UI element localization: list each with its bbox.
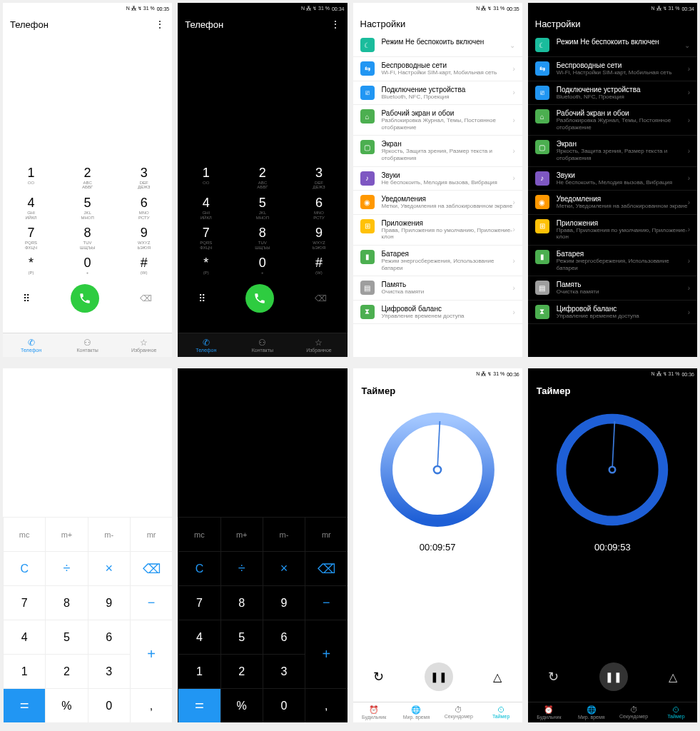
calc-mr[interactable]: mr xyxy=(130,517,172,551)
alert-button[interactable]: △ xyxy=(669,670,677,684)
calc-key-2[interactable]: 2 xyxy=(220,654,263,688)
setting-row[interactable]: ⇆Беспроводные сетиWi-Fi, Настройки SIM-к… xyxy=(528,57,697,81)
calc-mc[interactable]: mc xyxy=(3,517,45,551)
dialpad-hide-icon[interactable]: ⠿ xyxy=(198,293,206,304)
setting-row[interactable]: ⧗Цифровой балансУправление временем дост… xyxy=(353,301,522,325)
calc-key-,[interactable]: , xyxy=(305,688,347,722)
pause-button[interactable]: ❚❚ xyxy=(425,662,453,691)
calc-key-backspace[interactable]: ⌫ xyxy=(130,551,172,585)
tab-Мир. время[interactable]: 🌐Мир. время xyxy=(570,702,612,722)
key-4[interactable]: 4GHIИЙКЛ xyxy=(178,193,234,223)
tab-Контакты[interactable]: ⚇Контакты xyxy=(59,333,116,357)
setting-row[interactable]: ⌂Рабочий экран и обоиРазблокировка Журна… xyxy=(528,105,697,136)
calc-key-,[interactable]: , xyxy=(130,688,172,722)
calc-key-5[interactable]: 5 xyxy=(45,620,87,654)
calc-key-0[interactable]: 0 xyxy=(88,688,130,722)
calc-key-3[interactable]: 3 xyxy=(88,654,130,688)
dialpad-hide-icon[interactable]: ⠿ xyxy=(23,293,30,304)
setting-row[interactable]: ⊞ПриложенияПрава, Приложения по умолчани… xyxy=(528,215,697,246)
calc-mr[interactable]: mr xyxy=(305,517,347,551)
calc-key-8[interactable]: 8 xyxy=(45,585,87,620)
key-8[interactable]: 8TUVШЩЪЫ xyxy=(234,223,290,253)
calc-key-6[interactable]: 6 xyxy=(263,620,305,654)
calc-key-4[interactable]: 4 xyxy=(178,620,220,654)
calc-m+[interactable]: m+ xyxy=(220,517,263,551)
key-0[interactable]: 0+ xyxy=(234,253,290,278)
setting-row[interactable]: ▢ЭкранЯркость, Защита зрения, Размер тек… xyxy=(528,136,697,166)
calc-key-8[interactable]: 8 xyxy=(220,585,263,620)
key-0[interactable]: 0+ xyxy=(59,253,116,278)
dnd-row[interactable]: ☾ Режим Не беспокоить включен ⌄ xyxy=(528,34,697,57)
calc-key-4[interactable]: 4 xyxy=(3,620,45,654)
setting-row[interactable]: ▢ЭкранЯркость, Защита зрения, Размер тек… xyxy=(353,136,522,166)
key-#[interactable]: #(W) xyxy=(116,253,172,278)
key-3[interactable]: 3DEFДЕЖЗ xyxy=(290,163,347,193)
tab-Таймер[interactable]: ⏲Таймер xyxy=(655,702,697,722)
setting-row[interactable]: ⎚Подключение устройстваBluetooth, NFC, П… xyxy=(353,81,522,106)
timer-dial[interactable] xyxy=(552,409,673,530)
calc-key-9[interactable]: 9 xyxy=(263,585,305,620)
key-#[interactable]: #(W) xyxy=(290,253,347,278)
menu-icon[interactable]: ⋮ xyxy=(155,19,165,30)
setting-row[interactable]: ⇆Беспроводные сетиWi-Fi, Настройки SIM-к… xyxy=(353,57,522,81)
calc-key-7[interactable]: 7 xyxy=(178,585,220,620)
timer-dial[interactable] xyxy=(377,409,498,530)
calc-m-[interactable]: m- xyxy=(263,517,305,551)
tab-Будильник[interactable]: ⏰Будильник xyxy=(353,702,395,722)
tab-Секундомер[interactable]: ⏱Секундомер xyxy=(612,702,654,722)
calc-m-[interactable]: m- xyxy=(88,517,130,551)
key-8[interactable]: 8TUVШЩЪЫ xyxy=(59,223,116,253)
setting-row[interactable]: ⌂Рабочий экран и обоиРазблокировка Журна… xyxy=(353,105,522,136)
reset-button[interactable]: ↻ xyxy=(548,669,559,685)
calc-m+[interactable]: m+ xyxy=(45,517,87,551)
calc-key-backspace[interactable]: ⌫ xyxy=(305,551,347,585)
calc-key-5[interactable]: 5 xyxy=(220,620,263,654)
calc-key-1[interactable]: 1 xyxy=(178,654,220,688)
calc-mc[interactable]: mc xyxy=(178,517,220,551)
setting-row[interactable]: ▤ПамятьОчистка памяти› xyxy=(528,276,697,301)
key-4[interactable]: 4GHIИЙКЛ xyxy=(3,193,59,223)
tab-Телефон[interactable]: ✆Телефон xyxy=(3,333,59,357)
calc-key-×[interactable]: × xyxy=(263,551,305,585)
key-3[interactable]: 3DEFДЕЖЗ xyxy=(116,163,172,193)
setting-row[interactable]: ♪ЗвукиНе беспокоить, Мелодия вызова, Виб… xyxy=(353,167,522,191)
tab-Телефон[interactable]: ✆Телефон xyxy=(178,333,234,357)
calc-key-=[interactable]: = xyxy=(3,688,45,722)
tab-Будильник[interactable]: ⏰Будильник xyxy=(528,702,570,722)
setting-row[interactable]: ▮БатареяРежим энергосбережения, Использо… xyxy=(353,246,522,276)
calc-key-%[interactable]: % xyxy=(45,688,87,722)
key-9[interactable]: 9WXYZЬЭЮЯ xyxy=(116,223,172,253)
calc-key-7[interactable]: 7 xyxy=(3,585,45,620)
tab-Избранное[interactable]: ☆Избранное xyxy=(116,333,172,357)
key-2[interactable]: 2ABCАБВГ xyxy=(59,163,116,193)
calc-key-=[interactable]: = xyxy=(178,688,220,722)
calc-key-−[interactable]: − xyxy=(305,585,347,620)
calc-key-+[interactable]: + xyxy=(130,620,172,688)
setting-row[interactable]: ▮БатареяРежим энергосбережения, Использо… xyxy=(528,246,697,276)
key-5[interactable]: 5JKLМНОП xyxy=(234,193,290,223)
calc-key-×[interactable]: × xyxy=(88,551,130,585)
alert-button[interactable]: △ xyxy=(493,670,502,684)
setting-row[interactable]: ▤ПамятьОчистка памяти› xyxy=(353,276,522,301)
reset-button[interactable]: ↻ xyxy=(373,669,384,685)
tab-Мир. время[interactable]: 🌐Мир. время xyxy=(395,702,437,722)
pause-button[interactable]: ❚❚ xyxy=(599,662,628,691)
dnd-row[interactable]: ☾ Режим Не беспокоить включен ⌄ xyxy=(353,34,522,57)
key-1[interactable]: 1OO xyxy=(3,163,59,193)
setting-row[interactable]: ⎚Подключение устройстваBluetooth, NFC, П… xyxy=(528,81,697,106)
calc-key-0[interactable]: 0 xyxy=(263,688,305,722)
call-button[interactable] xyxy=(71,284,99,313)
key-6[interactable]: 6MNOРСТУ xyxy=(290,193,347,223)
tab-Таймер[interactable]: ⏲Таймер xyxy=(480,702,522,722)
setting-row[interactable]: ◉УведомленияМетки, Уведомления на заблок… xyxy=(528,191,697,215)
key-6[interactable]: 6MNOРСТУ xyxy=(116,193,172,223)
calc-key-6[interactable]: 6 xyxy=(88,620,130,654)
calc-key-C[interactable]: C xyxy=(178,551,220,585)
calc-key-9[interactable]: 9 xyxy=(88,585,130,620)
key-*[interactable]: *(P) xyxy=(178,253,234,278)
calc-key-−[interactable]: − xyxy=(130,585,172,620)
calc-key-C[interactable]: C xyxy=(3,551,45,585)
tab-Секундомер[interactable]: ⏱Секундомер xyxy=(437,702,480,722)
calc-key-%[interactable]: % xyxy=(220,688,263,722)
key-2[interactable]: 2ABCАБВГ xyxy=(234,163,290,193)
